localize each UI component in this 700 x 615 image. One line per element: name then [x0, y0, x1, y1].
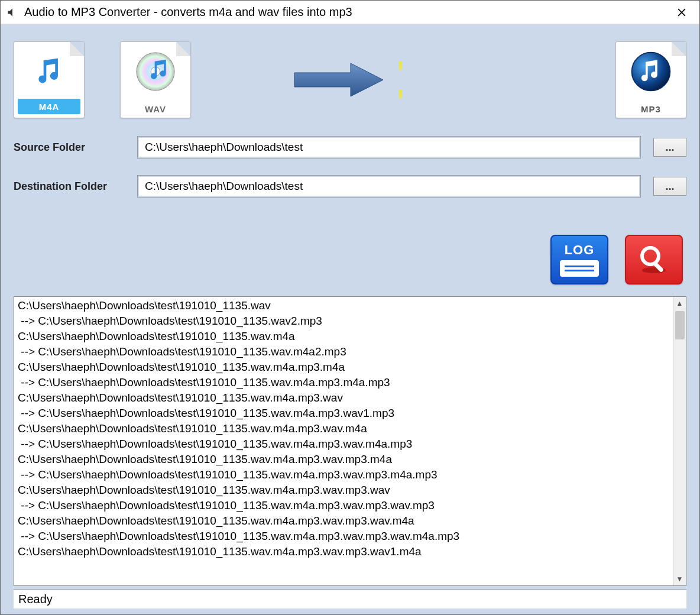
output-text[interactable]: C:\Users\haeph\Downloads\test\191010_113… — [14, 297, 673, 585]
status-text: Ready — [18, 593, 53, 606]
mp3-label: MP3 — [616, 101, 686, 116]
m4a-file-icon: M4A — [14, 41, 85, 118]
scrollbar[interactable]: ▲ ▼ — [673, 297, 686, 585]
title-bar: Audio to MP3 Converter - converts m4a an… — [1, 1, 699, 24]
source-browse-button[interactable]: ... — [653, 138, 686, 157]
source-folder-label: Source Folder — [14, 141, 138, 154]
action-buttons-row: LOG — [14, 235, 683, 284]
cd-icon — [135, 51, 176, 92]
destination-browse-button[interactable]: ... — [653, 177, 686, 196]
output-log-box: C:\Users\haeph\Downloads\test\191010_113… — [14, 296, 686, 586]
client-area: M4A — [1, 24, 699, 614]
arrow-icon — [291, 62, 402, 98]
magnifier-icon — [636, 242, 672, 277]
scroll-up-arrow[interactable]: ▲ — [676, 297, 683, 310]
destination-folder-row: Destination Folder ... — [14, 176, 686, 197]
destination-folder-input[interactable] — [138, 176, 640, 197]
mp3-file-icon: MP3 — [615, 41, 686, 118]
window-title: Audio to MP3 Converter - converts m4a an… — [24, 5, 668, 19]
search-button[interactable] — [625, 235, 683, 284]
status-bar: Ready — [14, 590, 686, 608]
source-folder-input[interactable] — [138, 137, 640, 158]
log-button[interactable]: LOG — [550, 235, 608, 284]
mp3-disc-icon — [630, 50, 672, 93]
close-button[interactable] — [668, 4, 695, 21]
format-icons-row: M4A — [14, 38, 686, 121]
speaker-icon — [7, 7, 18, 18]
svg-point-4 — [642, 248, 659, 264]
log-card-icon — [560, 260, 599, 277]
m4a-label: M4A — [18, 99, 80, 114]
app-window: Audio to MP3 Converter - converts m4a an… — [0, 0, 700, 615]
wav-file-icon: WAV — [120, 41, 191, 118]
source-folder-row: Source Folder ... — [14, 137, 686, 158]
decorative-dashes — [399, 62, 402, 98]
scroll-thumb[interactable] — [675, 311, 685, 339]
scroll-down-arrow[interactable]: ▼ — [676, 572, 683, 585]
svg-point-2 — [632, 53, 670, 91]
log-button-label: LOG — [565, 242, 595, 258]
wav-label: WAV — [121, 101, 190, 116]
destination-folder-label: Destination Folder — [14, 180, 138, 193]
